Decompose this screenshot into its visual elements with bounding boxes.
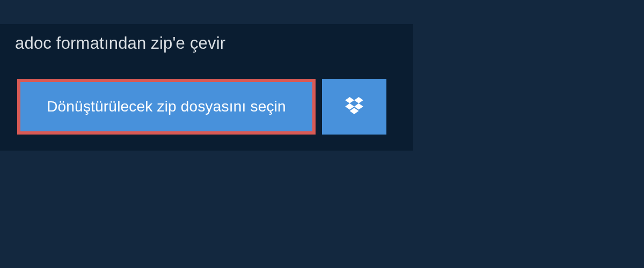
- svg-marker-0: [345, 97, 354, 103]
- dropbox-icon: [345, 97, 363, 116]
- select-file-label: Dönüştürülecek zip dosyasını seçin: [47, 98, 286, 115]
- converter-panel: adoc formatından zip'e çevir Dönüştürüle…: [0, 24, 413, 151]
- svg-marker-4: [350, 108, 359, 114]
- dropbox-button[interactable]: [322, 79, 386, 135]
- svg-marker-3: [354, 103, 363, 110]
- page-title: adoc formatından zip'e çevir: [15, 34, 283, 53]
- svg-marker-1: [354, 97, 363, 103]
- svg-marker-2: [345, 103, 354, 110]
- action-row: Dönüştürülecek zip dosyasını seçin: [0, 64, 413, 151]
- select-file-button[interactable]: Dönüştürülecek zip dosyasını seçin: [17, 79, 316, 135]
- title-bar: adoc formatından zip'e çevir: [0, 24, 298, 64]
